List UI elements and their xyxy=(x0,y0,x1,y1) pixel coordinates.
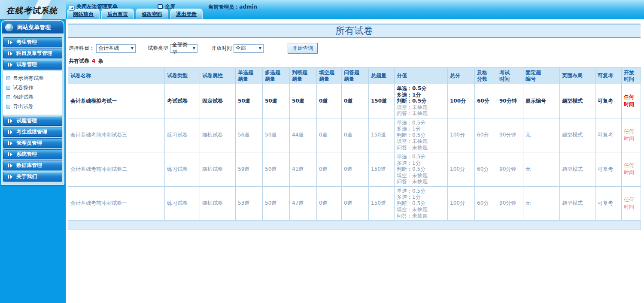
square-bullet-icon xyxy=(6,95,10,99)
result-summary: 共有试卷4条 xyxy=(69,58,641,65)
papers-table: 试卷名称试卷类型试卷属性单选题 题量多选题 题量判断题 题量填空题 题量问答题 … xyxy=(68,67,641,230)
square-bullet-icon xyxy=(6,105,10,109)
qa-count-cell: 0道 xyxy=(342,118,369,152)
exam-time-cell: 90分钟 xyxy=(497,152,523,187)
judge-count-cell: 50道 xyxy=(290,84,317,118)
pass-score-cell: 60分 xyxy=(475,152,497,187)
sidebar-group-label: 试卷管理 xyxy=(16,61,37,68)
single-count-cell: 56道 xyxy=(236,118,263,152)
open-time-select[interactable]: 全部 ▼ xyxy=(234,44,264,53)
topbar-links: ◄关闭左边管理菜单 全屏 当前管理员：admin xyxy=(69,2,257,9)
sidebar-sub-item[interactable]: 显示所有试卷 xyxy=(6,73,62,83)
total-score-cell: 100分 xyxy=(448,186,475,221)
qa-count-cell: 0道 xyxy=(342,152,369,187)
sidebar-group-label: 试题管理 xyxy=(16,117,37,124)
topbar: ◄关闭左边管理菜单 全屏 当前管理员：admin 网站前台后台首页修改密码退出登… xyxy=(0,0,644,19)
page-layout-cell: 题型模式 xyxy=(560,186,595,221)
score-line: 多选：1分 xyxy=(397,194,445,200)
score-line: 单选：0.5分 xyxy=(397,188,445,194)
app-logo: 在线考试系统 xyxy=(6,5,58,16)
column-header: 试卷名称 xyxy=(68,68,165,84)
blank-count-cell: 0道 xyxy=(317,152,342,187)
column-header: 判断题 题量 xyxy=(290,68,317,84)
play-bars-icon xyxy=(8,63,12,67)
sidebar: 网站菜单管理 考生管理科目及章节管理试卷管理显示所有试卷试卷操作创建试卷导出试卷… xyxy=(0,19,66,303)
sidebar-sub-item[interactable]: 试卷操作 xyxy=(6,83,62,92)
chevron-down-icon: ▼ xyxy=(131,46,134,50)
paper-attr-cell: 随机试卷 xyxy=(200,118,236,152)
sidebar-group-label: 系统管理 xyxy=(16,151,37,158)
subject-select[interactable]: 会计基础 ▼ xyxy=(96,44,136,53)
open-time-cell: 任何时间 xyxy=(622,152,641,187)
column-header: 问答题 题量 xyxy=(342,68,369,84)
type-filter-label: 试卷类型 xyxy=(148,45,168,52)
blank-count-cell: 0道 xyxy=(317,84,342,118)
score-line-muted: 填空：未抽题 xyxy=(397,104,445,111)
sidebar-group-button[interactable]: 系统管理 xyxy=(3,149,62,159)
open-time-cell: 任何时间 xyxy=(622,186,641,221)
paper-type-cell: 练习试卷 xyxy=(165,118,200,152)
paper-attr-cell: 随机试卷 xyxy=(200,186,236,221)
page-title: 所有试卷 xyxy=(68,24,641,38)
sidebar-group-button[interactable]: 试卷管理 xyxy=(3,60,62,70)
orb-icon xyxy=(5,24,13,31)
sidebar-group-button[interactable]: 管理员管理 xyxy=(3,138,62,148)
column-header: 填空题 题量 xyxy=(317,68,342,84)
paper-name-cell: 会计基础模拟考试一 xyxy=(68,84,165,118)
total-count-cell: 150道 xyxy=(369,118,395,152)
sidebar-group-button[interactable]: 考生成绩管理 xyxy=(3,127,62,137)
subject-filter-label: 选择科目： xyxy=(69,45,94,52)
sidebar-sub-item[interactable]: 创建试卷 xyxy=(6,92,62,102)
current-admin-label: 当前管理员：admin xyxy=(208,4,257,10)
query-button[interactable]: 开始查询 xyxy=(288,43,318,54)
page-layout-cell: 题型模式 xyxy=(560,84,595,118)
column-header: 考试 时间 xyxy=(497,68,523,84)
fixed-number-cell: 无 xyxy=(523,186,560,221)
total-score-cell: 100分 xyxy=(448,84,475,118)
score-line-muted: 问答：未抽题 xyxy=(397,213,445,219)
pass-score-cell: 60分 xyxy=(475,118,497,152)
column-header: 固定题 编号 xyxy=(523,68,560,84)
fullscreen-link[interactable]: 全屏 xyxy=(158,3,175,10)
result-count: 4 xyxy=(92,58,95,64)
subject-select-value: 会计基础 xyxy=(98,45,119,52)
chevron-down-icon: ▼ xyxy=(193,46,195,50)
play-bars-icon xyxy=(8,119,12,123)
single-count-cell: 50道 xyxy=(236,84,263,118)
score-line-muted: 填空：未抽题 xyxy=(397,138,445,145)
retake-cell: 可复考 xyxy=(595,84,622,118)
app-window: ◄关闭左边管理菜单 全屏 当前管理员：admin 网站前台后台首页修改密码退出登… xyxy=(0,0,644,303)
play-bars-icon xyxy=(8,40,12,45)
play-bars-icon xyxy=(8,52,12,56)
square-bullet-icon xyxy=(6,86,10,90)
qa-count-cell: 0道 xyxy=(342,84,369,118)
play-bars-icon xyxy=(8,175,12,179)
column-header: 试卷属性 xyxy=(200,68,236,84)
table-row: 会计基础考前冲刺试卷一练习试卷随机试卷53道50道47道0道0道150道单选：0… xyxy=(68,186,641,221)
sidebar-group-button[interactable]: 考生管理 xyxy=(3,37,62,47)
score-values-cell: 单选：0.5分多选：1分判断：0.5分填空：未抽题问答：未抽题 xyxy=(395,152,448,187)
sidebar-group-button[interactable]: 试题管理 xyxy=(3,116,62,126)
fixed-number-cell: 无 xyxy=(523,152,560,187)
blank-count-cell: 0道 xyxy=(317,186,342,221)
total-count-cell: 150道 xyxy=(369,186,395,221)
score-line-muted: 填空：未抽题 xyxy=(397,206,445,213)
blank-count-cell: 0道 xyxy=(317,118,342,152)
sidebar-group-label: 考生管理 xyxy=(16,39,37,46)
sidebar-group-button[interactable]: 关于我们 xyxy=(3,172,62,182)
play-bars-icon xyxy=(8,130,12,134)
close-left-menu-link[interactable]: ◄关闭左边管理菜单 xyxy=(69,3,118,11)
multi-count-cell: 50道 xyxy=(263,186,290,221)
table-header-row: 试卷名称试卷类型试卷属性单选题 题量多选题 题量判断题 题量填空题 题量问答题 … xyxy=(68,68,641,84)
paper-type-select[interactable]: 全部类型 ▼ xyxy=(170,44,197,53)
fullscreen-label: 全屏 xyxy=(165,3,175,9)
column-header: 及格 分数 xyxy=(475,68,497,84)
score-line: 判断：0.5分 xyxy=(397,98,445,104)
sidebar-group-button[interactable]: 数据库管理 xyxy=(3,161,62,170)
paper-attr-cell: 固定试卷 xyxy=(200,84,236,118)
sidebar-group-button[interactable]: 科目及章节管理 xyxy=(3,48,62,58)
table-row: 会计基础模拟考试一考试试卷固定试卷50道50道50道0道0道150道单选：0.5… xyxy=(68,84,641,118)
score-line-muted: 填空：未抽题 xyxy=(397,173,445,179)
sidebar-sub-item[interactable]: 导出试卷 xyxy=(6,102,62,111)
close-left-menu-label: 关闭左边管理菜单 xyxy=(76,3,118,9)
